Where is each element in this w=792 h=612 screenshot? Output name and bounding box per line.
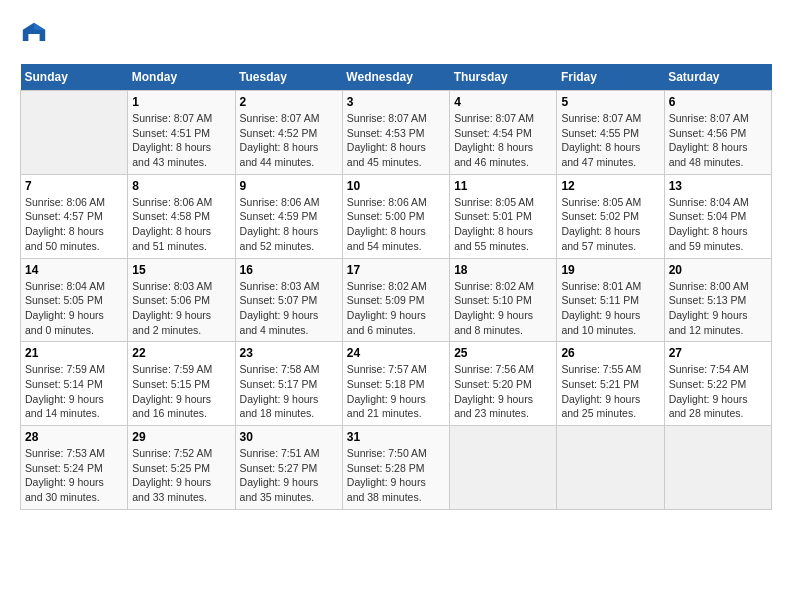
day-cell: 1Sunrise: 8:07 AM Sunset: 4:51 PM Daylig… (128, 91, 235, 175)
day-cell: 31Sunrise: 7:50 AM Sunset: 5:28 PM Dayli… (342, 426, 449, 510)
day-number: 13 (669, 179, 767, 193)
week-row-1: 1Sunrise: 8:07 AM Sunset: 4:51 PM Daylig… (21, 91, 772, 175)
day-cell (557, 426, 664, 510)
day-details: Sunrise: 8:01 AM Sunset: 5:11 PM Dayligh… (561, 279, 659, 338)
column-header-sunday: Sunday (21, 64, 128, 91)
day-details: Sunrise: 8:05 AM Sunset: 5:01 PM Dayligh… (454, 195, 552, 254)
day-details: Sunrise: 8:02 AM Sunset: 5:10 PM Dayligh… (454, 279, 552, 338)
column-header-thursday: Thursday (450, 64, 557, 91)
day-number: 18 (454, 263, 552, 277)
day-cell (450, 426, 557, 510)
day-cell: 17Sunrise: 8:02 AM Sunset: 5:09 PM Dayli… (342, 258, 449, 342)
svg-marker-1 (34, 23, 45, 30)
day-cell: 21Sunrise: 7:59 AM Sunset: 5:14 PM Dayli… (21, 342, 128, 426)
day-details: Sunrise: 8:06 AM Sunset: 5:00 PM Dayligh… (347, 195, 445, 254)
day-number: 6 (669, 95, 767, 109)
day-cell: 8Sunrise: 8:06 AM Sunset: 4:58 PM Daylig… (128, 174, 235, 258)
day-number: 4 (454, 95, 552, 109)
day-number: 19 (561, 263, 659, 277)
day-number: 12 (561, 179, 659, 193)
day-details: Sunrise: 7:55 AM Sunset: 5:21 PM Dayligh… (561, 362, 659, 421)
column-header-tuesday: Tuesday (235, 64, 342, 91)
day-details: Sunrise: 8:03 AM Sunset: 5:06 PM Dayligh… (132, 279, 230, 338)
day-details: Sunrise: 8:06 AM Sunset: 4:57 PM Dayligh… (25, 195, 123, 254)
day-details: Sunrise: 8:07 AM Sunset: 4:55 PM Dayligh… (561, 111, 659, 170)
day-cell: 6Sunrise: 8:07 AM Sunset: 4:56 PM Daylig… (664, 91, 771, 175)
day-details: Sunrise: 7:59 AM Sunset: 5:15 PM Dayligh… (132, 362, 230, 421)
day-details: Sunrise: 7:52 AM Sunset: 5:25 PM Dayligh… (132, 446, 230, 505)
day-details: Sunrise: 8:06 AM Sunset: 4:59 PM Dayligh… (240, 195, 338, 254)
column-header-saturday: Saturday (664, 64, 771, 91)
week-row-3: 14Sunrise: 8:04 AM Sunset: 5:05 PM Dayli… (21, 258, 772, 342)
day-cell: 2Sunrise: 8:07 AM Sunset: 4:52 PM Daylig… (235, 91, 342, 175)
day-details: Sunrise: 7:56 AM Sunset: 5:20 PM Dayligh… (454, 362, 552, 421)
day-number: 16 (240, 263, 338, 277)
calendar-table: SundayMondayTuesdayWednesdayThursdayFrid… (20, 64, 772, 510)
day-cell (21, 91, 128, 175)
day-cell: 24Sunrise: 7:57 AM Sunset: 5:18 PM Dayli… (342, 342, 449, 426)
day-cell: 13Sunrise: 8:04 AM Sunset: 5:04 PM Dayli… (664, 174, 771, 258)
day-number: 15 (132, 263, 230, 277)
day-number: 29 (132, 430, 230, 444)
day-number: 23 (240, 346, 338, 360)
day-cell: 14Sunrise: 8:04 AM Sunset: 5:05 PM Dayli… (21, 258, 128, 342)
day-cell: 19Sunrise: 8:01 AM Sunset: 5:11 PM Dayli… (557, 258, 664, 342)
day-cell: 27Sunrise: 7:54 AM Sunset: 5:22 PM Dayli… (664, 342, 771, 426)
day-number: 9 (240, 179, 338, 193)
day-details: Sunrise: 8:07 AM Sunset: 4:51 PM Dayligh… (132, 111, 230, 170)
day-cell: 18Sunrise: 8:02 AM Sunset: 5:10 PM Dayli… (450, 258, 557, 342)
day-cell: 3Sunrise: 8:07 AM Sunset: 4:53 PM Daylig… (342, 91, 449, 175)
day-details: Sunrise: 8:07 AM Sunset: 4:52 PM Dayligh… (240, 111, 338, 170)
week-row-5: 28Sunrise: 7:53 AM Sunset: 5:24 PM Dayli… (21, 426, 772, 510)
day-cell: 28Sunrise: 7:53 AM Sunset: 5:24 PM Dayli… (21, 426, 128, 510)
day-number: 3 (347, 95, 445, 109)
column-header-friday: Friday (557, 64, 664, 91)
day-cell: 29Sunrise: 7:52 AM Sunset: 5:25 PM Dayli… (128, 426, 235, 510)
day-number: 1 (132, 95, 230, 109)
day-number: 14 (25, 263, 123, 277)
day-details: Sunrise: 7:58 AM Sunset: 5:17 PM Dayligh… (240, 362, 338, 421)
day-cell: 30Sunrise: 7:51 AM Sunset: 5:27 PM Dayli… (235, 426, 342, 510)
day-details: Sunrise: 7:57 AM Sunset: 5:18 PM Dayligh… (347, 362, 445, 421)
day-details: Sunrise: 8:00 AM Sunset: 5:13 PM Dayligh… (669, 279, 767, 338)
day-number: 25 (454, 346, 552, 360)
day-details: Sunrise: 7:59 AM Sunset: 5:14 PM Dayligh… (25, 362, 123, 421)
day-cell: 23Sunrise: 7:58 AM Sunset: 5:17 PM Dayli… (235, 342, 342, 426)
week-row-2: 7Sunrise: 8:06 AM Sunset: 4:57 PM Daylig… (21, 174, 772, 258)
day-details: Sunrise: 8:07 AM Sunset: 4:54 PM Dayligh… (454, 111, 552, 170)
day-details: Sunrise: 8:02 AM Sunset: 5:09 PM Dayligh… (347, 279, 445, 338)
day-details: Sunrise: 8:05 AM Sunset: 5:02 PM Dayligh… (561, 195, 659, 254)
day-cell: 20Sunrise: 8:00 AM Sunset: 5:13 PM Dayli… (664, 258, 771, 342)
day-number: 21 (25, 346, 123, 360)
day-details: Sunrise: 8:03 AM Sunset: 5:07 PM Dayligh… (240, 279, 338, 338)
day-number: 28 (25, 430, 123, 444)
day-cell: 9Sunrise: 8:06 AM Sunset: 4:59 PM Daylig… (235, 174, 342, 258)
day-number: 8 (132, 179, 230, 193)
header-row: SundayMondayTuesdayWednesdayThursdayFrid… (21, 64, 772, 91)
page-header (20, 20, 772, 48)
day-cell: 10Sunrise: 8:06 AM Sunset: 5:00 PM Dayli… (342, 174, 449, 258)
day-details: Sunrise: 7:50 AM Sunset: 5:28 PM Dayligh… (347, 446, 445, 505)
day-details: Sunrise: 8:07 AM Sunset: 4:56 PM Dayligh… (669, 111, 767, 170)
day-details: Sunrise: 8:04 AM Sunset: 5:04 PM Dayligh… (669, 195, 767, 254)
day-number: 24 (347, 346, 445, 360)
day-cell: 5Sunrise: 8:07 AM Sunset: 4:55 PM Daylig… (557, 91, 664, 175)
day-number: 11 (454, 179, 552, 193)
day-cell (664, 426, 771, 510)
week-row-4: 21Sunrise: 7:59 AM Sunset: 5:14 PM Dayli… (21, 342, 772, 426)
day-details: Sunrise: 7:54 AM Sunset: 5:22 PM Dayligh… (669, 362, 767, 421)
column-header-wednesday: Wednesday (342, 64, 449, 91)
day-cell: 11Sunrise: 8:05 AM Sunset: 5:01 PM Dayli… (450, 174, 557, 258)
day-cell: 12Sunrise: 8:05 AM Sunset: 5:02 PM Dayli… (557, 174, 664, 258)
day-cell: 4Sunrise: 8:07 AM Sunset: 4:54 PM Daylig… (450, 91, 557, 175)
day-cell: 25Sunrise: 7:56 AM Sunset: 5:20 PM Dayli… (450, 342, 557, 426)
logo (20, 20, 52, 48)
column-header-monday: Monday (128, 64, 235, 91)
day-cell: 16Sunrise: 8:03 AM Sunset: 5:07 PM Dayli… (235, 258, 342, 342)
day-number: 7 (25, 179, 123, 193)
day-cell: 26Sunrise: 7:55 AM Sunset: 5:21 PM Dayli… (557, 342, 664, 426)
day-cell: 7Sunrise: 8:06 AM Sunset: 4:57 PM Daylig… (21, 174, 128, 258)
day-number: 22 (132, 346, 230, 360)
day-number: 30 (240, 430, 338, 444)
day-details: Sunrise: 8:07 AM Sunset: 4:53 PM Dayligh… (347, 111, 445, 170)
